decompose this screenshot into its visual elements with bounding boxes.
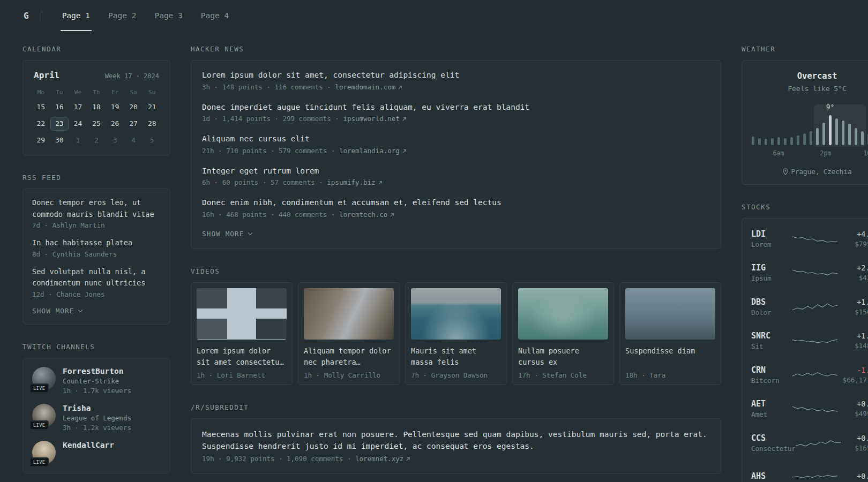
twitch-channel[interactable]: LIVE Trisha League of Legends 3h · 1.2k … <box>32 404 161 432</box>
channel-name[interactable]: KendallCarr <box>63 441 114 449</box>
video-thumbnail[interactable] <box>197 288 287 340</box>
stock-sparkline <box>792 469 837 482</box>
channel-name[interactable]: Trisha <box>63 404 131 412</box>
weather-condition: Overcast <box>752 71 868 81</box>
hn-item-title[interactable]: Aliquam nec cursus elit <box>202 134 710 145</box>
hn-item-domain-link[interactable]: loremdomain.com <box>335 83 395 91</box>
tab-page-3[interactable]: Page 3 <box>145 0 191 31</box>
hn-item: Donec enim nibh, condimentum et accumsan… <box>202 198 710 219</box>
rss-item[interactable]: Donec tempor eros leo, ut commodo mauris… <box>32 197 161 229</box>
calendar-day: 29 <box>32 133 50 147</box>
stock-symbol: SNRC <box>751 331 792 341</box>
app-logo[interactable]: G <box>23 0 36 31</box>
channel-name[interactable]: ForrestBurton <box>63 367 131 375</box>
main-layout: CALENDAR April Week 17 · 2024 Mo Tu We T… <box>0 31 868 482</box>
hn-item-title[interactable]: Donec enim nibh, condimentum et accumsan… <box>202 198 710 208</box>
rss-item-title[interactable]: In hac habitasse platea <box>32 237 161 249</box>
video-title[interactable]: Lorem ipsum dolor sit amet consectetu… <box>197 345 287 368</box>
stock-row[interactable]: CCS Consectetur +0.51% $165.84 <box>751 426 868 460</box>
calendar-widget: CALENDAR April Week 17 · 2024 Mo Tu We T… <box>23 45 170 155</box>
stock-row[interactable]: DBS Dolor +1.42% $156.28 <box>751 290 868 324</box>
video-title[interactable]: Aliquam tempor dolor nec pharetra… <box>304 345 394 368</box>
external-link-icon <box>406 457 410 462</box>
stock-change: -1.00% <box>837 366 868 374</box>
subreddit-domain-link[interactable]: loremnet.xyz <box>355 455 403 463</box>
video-card[interactable]: Mauris sit amet massa felis 7h · Grayson… <box>405 282 507 385</box>
weather-time-axis: 6am 2pm 10pm <box>752 149 868 157</box>
external-link-icon <box>398 85 402 90</box>
video-meta: 1h · Lori Barnett <box>197 371 287 379</box>
video-thumbnail[interactable] <box>518 288 608 340</box>
live-badge: LIVE <box>29 457 49 467</box>
hn-item-title[interactable]: Donec imperdiet augue tincidunt felis al… <box>202 102 710 113</box>
stock-row[interactable]: LDI Lorem +4.35% $795.18 <box>751 222 868 256</box>
rss-item[interactable]: Sed volutpat nulla nisl, a condimentum n… <box>32 266 161 298</box>
weather-widget: WEATHER Overcast Feels like 5°C 9° 6am 2… <box>742 45 868 185</box>
stock-row[interactable]: AET Amet +0.92% $499.72 <box>751 392 868 426</box>
stock-name: Consectetur <box>751 445 796 453</box>
hn-item-domain-link[interactable]: loremlandia.org <box>339 147 400 155</box>
stock-sparkline <box>796 435 841 451</box>
twitch-channel[interactable]: LIVE KendallCarr <box>32 441 161 464</box>
hn-item-title[interactable]: Integer eget rutrum lorem <box>202 166 710 177</box>
subreddit-card: Maecenas mollis pulvinar erat non posuer… <box>191 418 721 474</box>
weekday-label: Sa <box>124 89 143 96</box>
hn-item-title[interactable]: Lorem ipsum dolor sit amet, consectetur … <box>202 70 710 81</box>
stock-row[interactable]: IIG Ipsum +2.84% $42.04 <box>751 256 868 290</box>
stock-row[interactable]: SNRC Sit +1.36% $148.64 <box>751 324 868 358</box>
subreddit-widget: /R/SUBREDDIT Maecenas mollis pulvinar er… <box>191 403 721 474</box>
weekday-label: Mo <box>32 89 50 96</box>
twitch-channel[interactable]: LIVE ForrestBurton Counter-Strike 1h · 1… <box>32 367 161 395</box>
video-thumbnail[interactable] <box>625 288 715 340</box>
stock-change: +4.35% <box>837 230 868 238</box>
calendar-day: 22 <box>32 117 50 131</box>
rss-item-title[interactable]: Donec tempor eros leo, ut commodo mauris… <box>32 197 161 220</box>
stock-symbol: DBS <box>751 297 792 307</box>
stock-name: Bitcorn <box>751 376 792 385</box>
subreddit-post-meta: 19h · 9,932 points · 1,090 comments · lo… <box>202 455 710 463</box>
hn-meta-text: 6h · 60 points · 57 comments · <box>202 178 323 186</box>
hn-item-domain-link[interactable]: ipsumworld.net <box>343 115 399 123</box>
video-card[interactable]: Suspendisse diam 18h · Tara <box>619 282 721 385</box>
tab-page-4[interactable]: Page 4 <box>192 0 238 31</box>
avatar: LIVE <box>32 367 56 390</box>
stock-row[interactable]: CRN Bitcorn -1.00% $66,171.48 <box>751 358 868 392</box>
section-title-subreddit: /R/SUBREDDIT <box>191 403 721 411</box>
rss-item[interactable]: In hac habitasse platea 8d · Cynthia Sau… <box>32 237 161 258</box>
stock-sparkline <box>792 265 837 281</box>
tab-page-1[interactable]: Page 1 <box>53 0 99 31</box>
external-link-icon <box>402 149 407 154</box>
stock-row[interactable]: AHS +0.46% <box>751 460 868 482</box>
calendar-day: 25 <box>87 117 106 131</box>
video-thumbnail[interactable] <box>411 288 501 340</box>
video-meta: 7h · Grayson Dawson <box>411 371 501 379</box>
video-card[interactable]: Lorem ipsum dolor sit amet consectetu… 1… <box>191 282 293 385</box>
video-card[interactable]: Nullam posuere cursus ex 17h · Stefan Co… <box>512 282 614 385</box>
rss-item-meta: 8d · Cynthia Saunders <box>32 250 161 258</box>
video-thumbnail[interactable] <box>304 288 394 340</box>
stock-price: $148.64 <box>837 342 868 350</box>
video-title[interactable]: Mauris sit amet massa felis <box>411 345 501 368</box>
video-card[interactable]: Aliquam tempor dolor nec pharetra… 1h · … <box>298 282 400 385</box>
rss-item-title[interactable]: Sed volutpat nulla nisl, a condimentum n… <box>32 266 161 289</box>
stock-name: Lorem <box>751 240 792 248</box>
hn-show-more-button[interactable]: SHOW MORE <box>202 230 710 238</box>
hn-meta-text: 1d · 1,414 points · 299 comments · <box>202 115 339 123</box>
dashboard: G Page 1 Page 2 Page 3 Page 4 CALENDAR A… <box>0 0 868 482</box>
stocks-card: LDI Lorem +4.35% $795.18 IIG Ipsum <box>742 218 868 482</box>
tab-page-2[interactable]: Page 2 <box>99 0 145 31</box>
stock-sparkline <box>792 231 837 247</box>
rss-show-more-button[interactable]: SHOW MORE <box>32 307 161 315</box>
weather-location: Prague, Czechia <box>752 168 868 176</box>
hn-item-domain-link[interactable]: loremtech.co <box>339 210 387 219</box>
subreddit-post-title[interactable]: Maecenas mollis pulvinar erat non posuer… <box>202 428 710 453</box>
avatar: LIVE <box>32 441 56 464</box>
video-title[interactable]: Suspendisse diam <box>625 345 715 368</box>
chevron-down-icon <box>248 231 252 235</box>
hn-item-domain-link[interactable]: ipsumify.biz <box>327 178 375 186</box>
time-label: 10pm <box>863 149 868 157</box>
twitch-card: LIVE ForrestBurton Counter-Strike 1h · 1… <box>23 358 170 473</box>
video-title[interactable]: Nullam posuere cursus ex <box>518 345 608 368</box>
calendar-day: 16 <box>50 100 69 114</box>
external-link-icon <box>378 180 383 185</box>
